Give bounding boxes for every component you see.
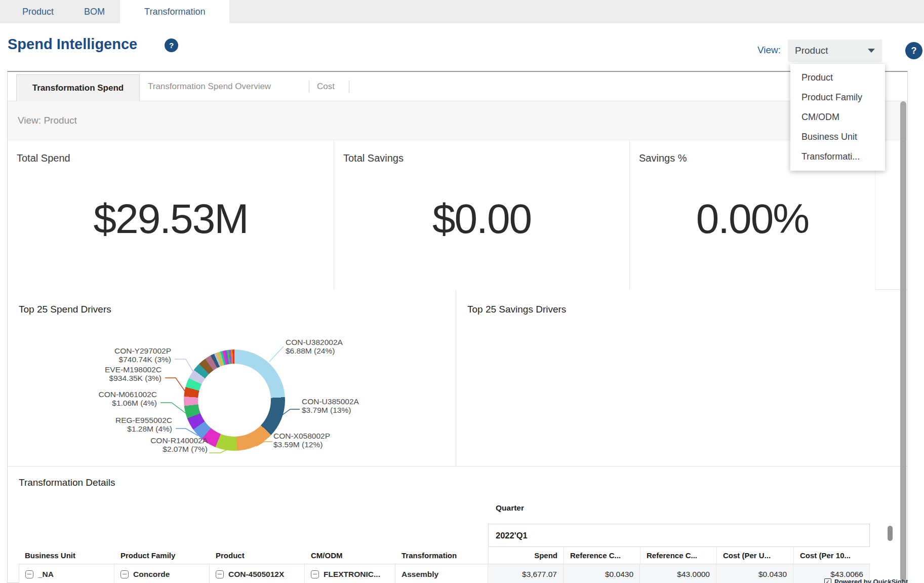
title-help-icon[interactable]: ?	[165, 38, 178, 52]
dropdown-option-business-unit[interactable]: Business Unit	[790, 127, 885, 147]
col-header-reference-cost-1[interactable]: Reference C...	[564, 547, 640, 564]
view-select-value: Product	[795, 45, 828, 56]
sheet-tab-transformation-spend-overview[interactable]: Transformation Spend Overview	[148, 72, 271, 101]
details-title: Transformation Details	[19, 477, 115, 488]
tab-bom[interactable]: BOM	[69, 0, 120, 23]
chevron-down-icon	[868, 49, 875, 53]
dropdown-option-product-family[interactable]: Product Family	[790, 88, 885, 107]
donut-label-reg-e955002c: REG-E955002C $1.28M (4%)	[115, 416, 172, 433]
charts-row: Top 25 Spend Drivers CON-U382002A	[8, 290, 907, 467]
col-header-cost-per-unit[interactable]: Cost (Per U...	[716, 547, 793, 564]
col-header-cost-per-10[interactable]: Cost (Per 10...	[793, 547, 870, 564]
collapse-icon[interactable]	[216, 570, 224, 578]
powered-by-quicksight: ✓ Powered by QuickSight	[824, 578, 908, 583]
tab-transformation[interactable]: Transformation	[120, 0, 229, 23]
sheet-tab-divider	[309, 81, 309, 93]
kpi-value: 0.00%	[630, 195, 875, 243]
kpi-value: $0.00	[334, 195, 629, 243]
col-header-business-unit[interactable]: Business Unit	[19, 547, 114, 564]
panel-scrollbar[interactable]	[900, 101, 906, 581]
kpi-total-savings: Total Savings $0.00	[334, 140, 629, 290]
dropdown-option-product[interactable]: Product	[790, 68, 885, 88]
page-help-icon[interactable]: ?	[905, 42, 922, 59]
savings-drivers-panel: Top 25 Savings Drivers	[456, 290, 901, 467]
donut-label-con-x058002p: CON-X058002P $3.59M (12%)	[273, 432, 330, 449]
cell-transformation: Assembly	[395, 564, 488, 583]
col-header-product-family[interactable]: Product Family	[114, 547, 210, 564]
donut-label-eve-m198002c: EVE-M198002C $934.35K (3%)	[105, 365, 162, 382]
kpi-label: Total Savings	[343, 152, 404, 164]
sheet-tab-bar: Transformation Spend Transformation Spen…	[8, 72, 907, 101]
kpi-label: Savings %	[639, 152, 687, 164]
col-header-cm-odm[interactable]: CM/ODM	[305, 547, 395, 564]
sheet-tab-transformation-spend[interactable]: Transformation Spend	[16, 74, 140, 101]
donut-label-con-u382002a: CON-U382002A $6.88M (24%)	[286, 338, 343, 355]
sheet-tab-cost[interactable]: Cost	[317, 72, 335, 101]
donut-label-con-m061002c: CON-M061002C $1.06M (4%)	[99, 390, 157, 407]
sheet-tab-divider	[349, 81, 349, 93]
table-scrollbar[interactable]	[888, 526, 893, 541]
quicksight-logo-icon: ✓	[824, 578, 831, 583]
cell-cm-odm: FLEXTRONIC...	[305, 564, 395, 583]
spend-drivers-title: Top 25 Spend Drivers	[19, 304, 111, 315]
kpi-row: Total Spend $29.53M Total Savings $0.00 …	[8, 140, 907, 290]
primary-tab-bar: Product BOM Transformation	[0, 0, 924, 23]
cell-reference-cost-1: $0.0430	[564, 564, 640, 583]
col-header-product[interactable]: Product	[210, 547, 305, 564]
col-header-reference-cost-2[interactable]: Reference C...	[640, 547, 716, 564]
col-header-spend[interactable]: Spend	[488, 547, 564, 564]
spend-intelligence-page: Product BOM Transformation Spend Intelli…	[0, 0, 924, 583]
tab-product[interactable]: Product	[7, 0, 69, 23]
cell-product: CON-4505012X	[210, 564, 305, 583]
dashboard-panel: Transformation Spend Transformation Spen…	[7, 71, 908, 583]
col-header-transformation[interactable]: Transformation	[395, 547, 488, 564]
cell-product-family: Concorde	[114, 564, 210, 583]
view-label: View:	[757, 45, 781, 56]
dropdown-option-cm-odm[interactable]: CM/ODM	[790, 107, 885, 127]
donut-label-con-u385002a: CON-U385002A $3.79M (13%)	[302, 397, 359, 414]
view-banner: View: Product	[8, 101, 907, 140]
collapse-icon[interactable]	[25, 570, 33, 578]
collapse-icon[interactable]	[311, 570, 319, 578]
donut-label-con-r140002a: CON-R140002A $2.07M (7%)	[150, 436, 208, 453]
table-header-row: Business Unit Product Family Product CM/…	[19, 547, 870, 564]
cell-business-unit: _NA	[19, 564, 114, 583]
kpi-total-spend: Total Spend $29.53M	[8, 140, 334, 290]
savings-drivers-title: Top 25 Savings Drivers	[467, 304, 566, 315]
cell-spend: $3,677.07	[488, 564, 564, 583]
kpi-label: Total Spend	[17, 152, 70, 164]
collapse-icon[interactable]	[120, 570, 129, 578]
spend-drivers-panel: Top 25 Spend Drivers CON-U382002A	[8, 290, 456, 467]
donut-label-con-y297002p: CON-Y297002P $740.74K (3%)	[114, 346, 171, 364]
cell-cost-per-unit: $0.0430	[716, 564, 793, 583]
quarter-group-label: Quarter	[496, 503, 524, 513]
dropdown-option-transformation[interactable]: Transformati...	[790, 147, 885, 167]
cell-reference-cost-2: $43.0000	[640, 564, 716, 583]
page-title: Spend Intelligence	[8, 36, 137, 53]
spend-donut[interactable]	[184, 349, 285, 451]
quarter-header-cell[interactable]: 2022'Q1	[488, 524, 870, 547]
view-dropdown-menu: Product Product Family CM/ODM Business U…	[790, 64, 885, 171]
kpi-value: $29.53M	[8, 195, 334, 243]
donut-hole	[198, 364, 271, 437]
table-row: _NA Concorde CON-4505012X FLEXTRONIC... …	[19, 564, 870, 583]
view-select[interactable]: Product	[788, 40, 882, 62]
